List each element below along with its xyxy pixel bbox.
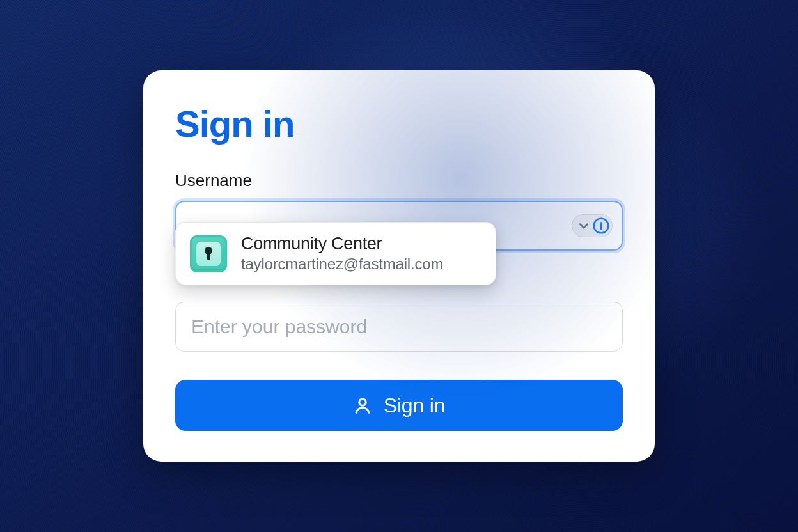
autofill-suggestion[interactable]: Community Center taylorcmartinez@fastmai… (175, 222, 496, 285)
suggestion-text: Community Center taylorcmartinez@fastmai… (241, 234, 443, 273)
svg-point-2 (359, 399, 366, 406)
password-manager-pill[interactable] (572, 214, 613, 237)
signin-button[interactable]: Sign in (175, 380, 623, 431)
password-input-wrap (175, 302, 623, 352)
username-label: Username (175, 171, 623, 191)
suggestion-title: Community Center (241, 234, 443, 254)
user-icon (353, 396, 372, 415)
signin-card: Sign in Username (143, 70, 655, 462)
onepassword-icon (593, 217, 609, 234)
page-title: Sign in (175, 102, 623, 145)
suggestion-subtitle: taylorcmartinez@fastmail.com (241, 255, 443, 273)
password-input[interactable] (190, 302, 571, 351)
login-item-icon (190, 235, 227, 272)
svg-rect-1 (600, 222, 602, 230)
username-field-block: Username (175, 171, 623, 251)
chevron-down-icon (577, 219, 590, 232)
signin-button-label: Sign in (384, 394, 445, 418)
